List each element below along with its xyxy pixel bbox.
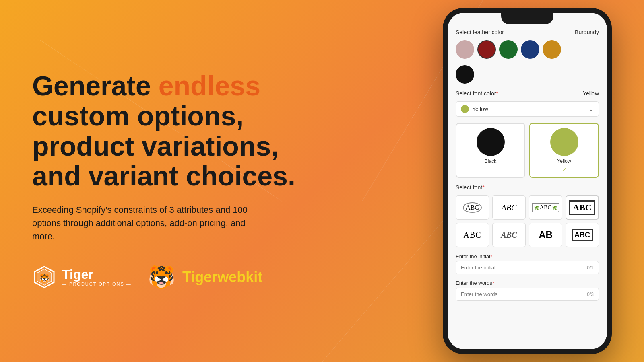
color-option-black[interactable]: Black xyxy=(456,123,525,178)
swatch-gold[interactable] xyxy=(543,40,561,59)
font-option-abc-wreath[interactable]: 🌿ABC🌿 xyxy=(529,195,562,220)
words-field-wrapper[interactable]: 0/3 xyxy=(456,288,599,301)
font-icon-abc-script: ABC xyxy=(501,230,517,240)
black-label: Black xyxy=(485,158,496,164)
words-input-group: Enter the words* 0/3 xyxy=(456,280,599,301)
font-color-options-grid: Black Yellow ✓ Cricle three white ABC xyxy=(456,123,599,178)
leather-color-swatches xyxy=(456,40,599,59)
initial-input-group: Enter the initial* 0/1 xyxy=(456,253,599,274)
font-icon-abc-plain: ABC xyxy=(463,230,481,240)
font-select-label: Select font* xyxy=(456,184,485,191)
font-icon-circle-serif: ABC xyxy=(463,202,482,213)
svg-text:🐯: 🐯 xyxy=(39,274,50,283)
swatch-pink[interactable] xyxy=(456,40,474,59)
tiger-brand-name: Tiger xyxy=(62,268,132,281)
headline: Generate endless custom options, product… xyxy=(32,71,306,191)
leather-color-value: Burgundy xyxy=(575,29,599,35)
font-options-row1: ABC ABC 🌿ABC🌿 xyxy=(456,195,599,220)
black-circle xyxy=(477,128,505,156)
phone-content: Select leather color Burgundy Select xyxy=(448,13,607,349)
font-icon-ab-bold: AB xyxy=(539,229,553,241)
swatch-navy[interactable] xyxy=(521,40,539,59)
initial-counter: 0/1 xyxy=(587,265,594,271)
font-icon-abc-bold-block: ABC xyxy=(572,229,593,241)
phone-frame: Select leather color Burgundy Select xyxy=(443,8,612,354)
tiger-text-block: Tiger — PRODUCT OPTIONS — xyxy=(62,268,132,286)
initial-input[interactable] xyxy=(461,265,587,271)
font-select-section: Select font* ABC ABC xyxy=(456,184,599,247)
font-option-abc-block[interactable]: ABC xyxy=(566,195,599,220)
font-option-abc-script[interactable]: ABC xyxy=(492,223,526,247)
font-icon-abc-block: ABC xyxy=(569,200,595,215)
headline-line2: product variations, xyxy=(32,131,279,161)
left-panel: Generate endless custom options, product… xyxy=(32,71,306,291)
tigerwebkit-brand-name: Tigerwebkit xyxy=(182,269,262,286)
initial-label: Enter the initial* xyxy=(456,253,599,259)
dropdown-color-dot xyxy=(461,105,469,113)
dropdown-selected-label: Yellow xyxy=(472,106,586,112)
phone-notch xyxy=(501,13,553,24)
tigerwebkit-logo: 🐯 Tigerwebkit xyxy=(148,263,262,291)
check-icon: ✓ xyxy=(562,167,567,173)
words-input[interactable] xyxy=(461,291,587,297)
yellow-circle xyxy=(550,128,578,156)
font-icon-abc-italic: ABC xyxy=(502,203,517,212)
font-icon-abc-wreath: 🌿ABC🌿 xyxy=(532,203,559,212)
leather-color-header: Select leather color Burgundy xyxy=(456,29,599,35)
swatch-green[interactable] xyxy=(499,40,518,59)
font-option-ab-bold[interactable]: AB xyxy=(529,223,562,247)
color-option-yellow[interactable]: Yellow ✓ Cricle three white ABC xyxy=(529,123,599,178)
tiger-hex-icon: 🐯 xyxy=(32,265,56,289)
font-color-label: Select font color* xyxy=(456,90,498,97)
font-color-dropdown-wrapper: Yellow ⌄ xyxy=(456,101,599,117)
words-required: * xyxy=(492,280,494,286)
font-color-header: Select font color* Yellow xyxy=(456,90,599,97)
words-label: Enter the words* xyxy=(456,280,599,286)
tiger-product-options-logo: 🐯 Tiger — PRODUCT OPTIONS — xyxy=(32,265,132,289)
swatch-black[interactable] xyxy=(456,65,474,84)
headline-accent: endless xyxy=(159,70,260,101)
font-option-abc-italic[interactable]: ABC xyxy=(492,195,526,220)
headline-part1: Generate xyxy=(32,70,159,101)
headline-part2: custom options, xyxy=(32,101,244,131)
font-select-header: Select font* xyxy=(456,184,599,191)
font-color-dropdown[interactable]: Yellow ⌄ xyxy=(456,101,599,117)
yellow-label: Yellow xyxy=(557,158,571,164)
tigerwebkit-icon: 🐯 xyxy=(148,263,176,291)
font-option-abc-bold-block[interactable]: ABC xyxy=(566,223,599,247)
initial-field-wrapper[interactable]: 0/1 xyxy=(456,261,599,274)
phone-container: Select leather color Burgundy Select xyxy=(443,8,612,354)
font-option-abc-plain[interactable]: ABC xyxy=(456,223,489,247)
subtext: Exceeding Shopify's constraints of 3 att… xyxy=(32,203,266,243)
leather-color-label: Select leather color xyxy=(456,29,504,35)
phone-screen: Select leather color Burgundy Select xyxy=(448,13,607,349)
font-option-circle-serif[interactable]: ABC xyxy=(456,195,489,220)
font-options-row2: ABC ABC AB ABC xyxy=(456,223,599,247)
headline-line3: and variant choices. xyxy=(32,160,295,191)
font-color-value: Yellow xyxy=(583,90,599,97)
chevron-down-icon: ⌄ xyxy=(589,106,594,112)
words-counter: 0/3 xyxy=(587,292,594,297)
tiger-brand-subtitle: — PRODUCT OPTIONS — xyxy=(62,282,132,286)
initial-required: * xyxy=(490,253,492,259)
swatch-burgundy[interactable] xyxy=(477,40,496,59)
leather-color-swatches-row2 xyxy=(456,65,599,84)
logos-row: 🐯 Tiger — PRODUCT OPTIONS — 🐯 Tigerwebki… xyxy=(32,263,306,291)
